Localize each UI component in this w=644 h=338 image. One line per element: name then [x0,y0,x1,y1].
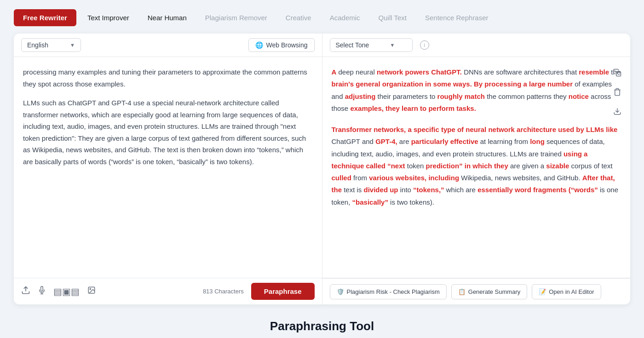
r-seg-5: resemble [579,68,609,76]
ai-editor-icon: 📝 [539,288,546,295]
summary-label: Generate Summary [468,288,520,295]
tab-near-human[interactable]: Near Human [140,9,194,26]
microphone-icon[interactable] [38,286,46,297]
char-count: 813 Characters [203,288,244,295]
r2-seg-16: from [353,174,369,182]
left-text-main: LLMs such as ChatGPT and GPT-4 use a spe… [23,97,313,167]
right-icons [611,66,624,118]
left-text-top: processing many examples and tuning thei… [23,66,313,90]
r2-seg-6: at learning from [480,137,530,145]
left-panel: processing many examples and tuning thei… [14,57,322,278]
r-seg-11: roughly match [437,92,485,100]
footer-title: Paraphrasing Tool [14,304,630,338]
download-icon[interactable] [611,105,624,118]
r-seg-1: A [332,68,337,76]
audio-wave-icon[interactable]: ▤▣▤ [53,286,80,297]
panels: processing many examples and tuning thei… [14,57,630,278]
r2-seg-10: token [407,162,426,170]
ai-editor-label: Open in AI Editor [549,288,594,295]
r-seg-4: DNNs are software architectures that [464,68,579,76]
r2-seg-3: GPT-4, [375,137,397,145]
r-seg-15: examples, they learn to perform tasks. [350,104,476,112]
tab-plagiarism-remover[interactable]: Plagiarism Remover [198,9,275,26]
r2-seg-2: ChatGPT and [332,137,376,145]
tone-select[interactable]: Select Tone Formal Informal Professional [330,38,413,52]
r2-seg-17: various websites, including [369,174,459,182]
summary-icon: 📋 [458,288,466,295]
r-seg-7: brain's general organization in some way… [332,80,573,88]
open-ai-editor-button[interactable]: 📝 Open in AI Editor [532,284,601,299]
r2-seg-20: text is [344,186,363,194]
r2-seg-7: long [530,137,545,145]
tab-academic[interactable]: Academic [322,9,368,26]
language-value: English [27,41,48,49]
r2-seg-15: culled [332,174,351,182]
right-panel: A deep neural network powers ChatGPT. DN… [322,57,631,278]
r-seg-13: notice [569,92,589,100]
chevron-down-icon: ▼ [70,42,75,48]
r2-seg-24: which are [446,186,477,194]
copy-icon[interactable] [611,66,624,79]
tab-quill-text[interactable]: Quill Text [371,9,414,26]
r2-seg-11: prediction” in which they [426,162,508,170]
r2-seg-13: sizable [546,162,569,170]
audio-upload-icon[interactable] [21,286,30,297]
r-seg-2: deep neural [339,68,377,76]
plagiarism-icon: 🛡️ [337,288,344,295]
image-icon[interactable] [87,286,96,297]
web-browsing-label: Web Browsing [266,41,307,49]
globe-icon: 🌐 [255,41,263,49]
r2-seg-22: into [400,186,413,194]
plagiarism-check-button[interactable]: 🛡️ Plagiarism Risk - Check Plagiarism [330,284,447,299]
generate-summary-button[interactable]: 📋 Generate Summary [451,284,527,299]
language-selector[interactable]: English ▼ [21,38,81,52]
r2-seg-4: are [399,137,411,145]
left-panel-content[interactable]: processing many examples and tuning thei… [14,57,322,278]
right-bottom-actions: 🛡️ Plagiarism Risk - Check Plagiarism 📋 … [322,278,631,304]
r2-seg-25: essentially word fragments (“words” [477,186,598,194]
info-icon[interactable]: i [420,40,429,50]
tab-free-rewriter[interactable]: Free Rewriter [14,9,76,26]
r-seg-12: the common patterns they [487,92,569,100]
editor-wrapper: English ▼ 🌐 Web Browsing Select Tone For… [14,34,630,304]
paraphrase-button[interactable]: Paraphrase [251,283,315,300]
r2-seg-28: is two tokens). [390,198,434,206]
svg-point-6 [90,288,91,289]
nav-tabs: Free Rewriter Text Improver Near Human P… [14,9,630,26]
r2-seg-5: particularly effective [411,137,478,145]
right-panel-content: A deep neural network powers ChatGPT. DN… [322,57,631,278]
r2-seg-21: divided up [364,186,398,194]
r-seg-9: adjusting [345,92,376,100]
delete-icon[interactable] [611,86,624,98]
plagiarism-label: Plagiarism Risk - Check Plagiarism [347,288,440,295]
tab-creative[interactable]: Creative [278,9,319,26]
r-seg-10: their parameters to [378,92,437,100]
r2-seg-12: are given a [510,162,546,170]
r2-seg-23: “tokens,” [413,186,444,194]
tone-wrapper: Select Tone Formal Informal Professional… [330,38,413,52]
tab-text-improver[interactable]: Text Improver [80,9,137,26]
r2-seg-27: “basically” [352,198,388,206]
r2-seg-1: Transformer networks, a specific type of… [332,126,618,133]
r2-seg-18: Wikipedia, news websites, and GitHub. [461,174,582,182]
tab-sentence-rephraser[interactable]: Sentence Rephraser [418,9,496,26]
svg-rect-0 [616,72,621,76]
left-bottom-icons: ▤▣▤ [21,286,96,297]
r2-seg-14: corpus of text [571,162,613,170]
web-browsing-button[interactable]: 🌐 Web Browsing [248,38,314,52]
r-seg-3: network powers ChatGPT. [377,68,462,76]
